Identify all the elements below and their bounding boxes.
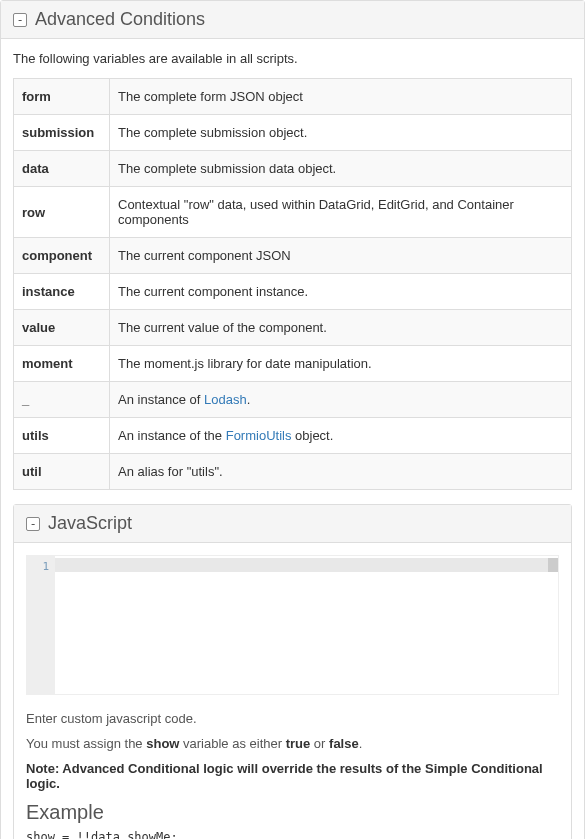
code-editor[interactable]: 1 — [26, 555, 559, 695]
variable-name: value — [14, 310, 110, 346]
variable-description: The current value of the component. — [110, 310, 572, 346]
variable-name: form — [14, 79, 110, 115]
variable-description: An alias for "utils". — [110, 454, 572, 490]
doc-link[interactable]: FormioUtils — [226, 428, 292, 443]
table-row: instanceThe current component instance. — [14, 274, 572, 310]
variable-name: submission — [14, 115, 110, 151]
advanced-conditions-panel: - Advanced Conditions The following vari… — [0, 0, 585, 839]
advanced-conditions-body: The following variables are available in… — [1, 39, 584, 839]
help-text-2: You must assign the show variable as eit… — [26, 736, 559, 751]
javascript-body: 1 Enter custom javascript code. You must… — [14, 543, 571, 839]
active-line-highlight — [55, 558, 558, 572]
collapse-icon[interactable]: - — [26, 517, 40, 531]
variable-description: The current component instance. — [110, 274, 572, 310]
variable-description: The current component JSON — [110, 238, 572, 274]
table-row: rowContextual "row" data, used within Da… — [14, 187, 572, 238]
intro-text: The following variables are available in… — [13, 51, 572, 66]
help2-true: true — [286, 736, 311, 751]
variable-description: Contextual "row" data, used within DataG… — [110, 187, 572, 238]
scrollbar-thumb[interactable] — [548, 558, 558, 572]
variable-description: An instance of the FormioUtils object. — [110, 418, 572, 454]
table-row: valueThe current value of the component. — [14, 310, 572, 346]
help2-suffix: . — [359, 736, 363, 751]
table-row: dataThe complete submission data object. — [14, 151, 572, 187]
help-text-1: Enter custom javascript code. — [26, 711, 559, 726]
doc-link[interactable]: Lodash — [204, 392, 247, 407]
javascript-header[interactable]: - JavaScript — [14, 505, 571, 543]
variables-table: formThe complete form JSON objectsubmiss… — [13, 78, 572, 490]
note-strong: Note: Advanced Conditional logic will ov… — [26, 761, 543, 791]
example-code: show = !!data.showMe; — [26, 830, 559, 839]
help2-pre: You must assign the — [26, 736, 146, 751]
variable-name: utils — [14, 418, 110, 454]
variable-name: util — [14, 454, 110, 490]
panel-title: Advanced Conditions — [35, 9, 205, 30]
variable-description: The moment.js library for date manipulat… — [110, 346, 572, 382]
variable-name: instance — [14, 274, 110, 310]
variable-description: The complete submission data object. — [110, 151, 572, 187]
variable-name: component — [14, 238, 110, 274]
collapse-icon[interactable]: - — [13, 13, 27, 27]
help2-mid: variable as either — [179, 736, 285, 751]
variable-description: An instance of Lodash. — [110, 382, 572, 418]
note-text: Note: Advanced Conditional logic will ov… — [26, 761, 559, 791]
variable-name: _ — [14, 382, 110, 418]
table-row: utilAn alias for "utils". — [14, 454, 572, 490]
table-row: momentThe moment.js library for date man… — [14, 346, 572, 382]
code-area[interactable] — [55, 556, 558, 694]
table-row: formThe complete form JSON object — [14, 79, 572, 115]
advanced-conditions-header[interactable]: - Advanced Conditions — [1, 1, 584, 39]
help2-false: false — [329, 736, 359, 751]
table-row: componentThe current component JSON — [14, 238, 572, 274]
help2-var: show — [146, 736, 179, 751]
table-row: submissionThe complete submission object… — [14, 115, 572, 151]
variable-description: The complete form JSON object — [110, 79, 572, 115]
variable-description: The complete submission object. — [110, 115, 572, 151]
help2-or: or — [310, 736, 329, 751]
variable-name: data — [14, 151, 110, 187]
table-row: _An instance of Lodash. — [14, 382, 572, 418]
javascript-title: JavaScript — [48, 513, 132, 534]
javascript-panel: - JavaScript 1 Enter custom javascript c… — [13, 504, 572, 839]
table-row: utilsAn instance of the FormioUtils obje… — [14, 418, 572, 454]
example-heading: Example — [26, 801, 559, 824]
variable-name: moment — [14, 346, 110, 382]
code-gutter: 1 — [27, 556, 55, 694]
variable-name: row — [14, 187, 110, 238]
